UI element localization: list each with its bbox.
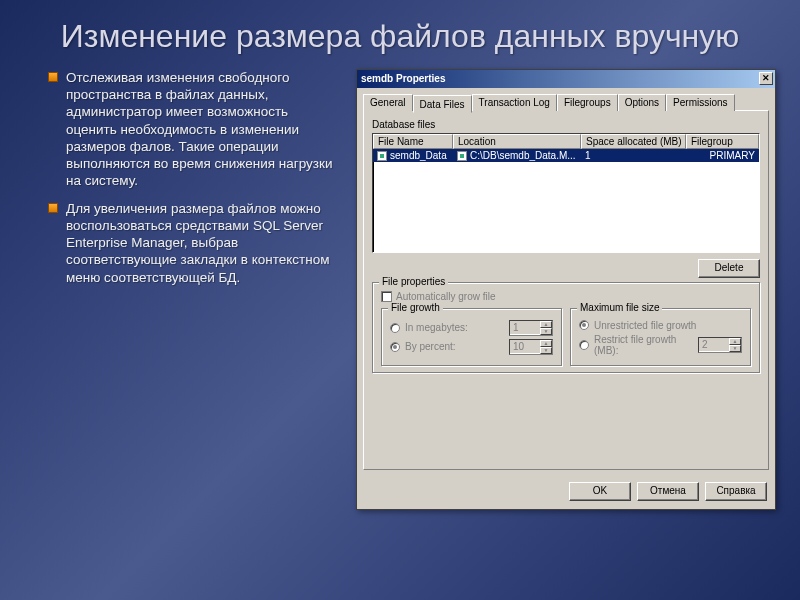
tab-filegroups[interactable]: Filegroups [557, 94, 618, 111]
group-title: File growth [388, 302, 443, 313]
files-listbox[interactable]: File Name Location Space allocated (MB) … [372, 133, 760, 253]
bullet-marker-icon [48, 72, 58, 82]
max-size-group: Maximum file size Unrestricted file grow… [570, 308, 751, 366]
tab-options[interactable]: Options [618, 94, 666, 111]
cell-space: 1 [581, 149, 686, 162]
window-title: semdb Properties [361, 73, 759, 84]
cancel-button[interactable]: Отмена [637, 482, 699, 501]
growth-pct-radio[interactable]: By percent: 10▲▼ [390, 339, 553, 355]
col-location[interactable]: Location [453, 134, 581, 149]
table-row[interactable]: semdb_Data C:\DB\semdb_Data.M... 1 PRIMA… [373, 149, 759, 162]
col-space[interactable]: Space allocated (MB) [581, 134, 686, 149]
file-icon [377, 151, 387, 161]
tab-transaction-log[interactable]: Transaction Log [472, 94, 557, 111]
radio-icon [579, 340, 589, 350]
group-title: File properties [379, 276, 448, 287]
section-label: Database files [372, 119, 760, 130]
properties-dialog: semdb Properties ✕ General Data Files Tr… [356, 69, 776, 510]
delete-button[interactable]: Delete [698, 259, 760, 278]
cell-filename: semdb_Data [390, 150, 447, 161]
unrestricted-radio[interactable]: Unrestricted file growth [579, 320, 742, 331]
restrict-input[interactable]: 2▲▼ [698, 337, 742, 353]
slide-title: Изменение размера файлов данных вручную [0, 0, 800, 69]
unrestricted-label: Unrestricted file growth [594, 320, 696, 331]
cell-filegroup: PRIMARY [686, 149, 759, 162]
tab-permissions[interactable]: Permissions [666, 94, 734, 111]
growth-mb-label: In megabytes: [405, 322, 504, 333]
restrict-radio[interactable]: Restrict file growth (MB): 2▲▼ [579, 334, 742, 356]
col-filename[interactable]: File Name [373, 134, 453, 149]
tab-general[interactable]: General [363, 94, 413, 111]
browse-icon[interactable] [457, 151, 467, 161]
group-title: Maximum file size [577, 302, 662, 313]
list-header: File Name Location Space allocated (MB) … [373, 134, 759, 149]
autogrow-checkbox[interactable]: Automatically grow file [381, 291, 751, 302]
tab-strip: General Data Files Transaction Log Fileg… [363, 94, 769, 111]
close-button[interactable]: ✕ [759, 72, 773, 85]
radio-icon [390, 342, 400, 352]
dialog-buttons: OK Отмена Справка [357, 476, 775, 509]
bullet-list: Отслеживая изменения свободного простран… [48, 69, 338, 510]
spinner-icon[interactable]: ▲▼ [729, 338, 741, 352]
cell-location: C:\DB\semdb_Data.M... [470, 150, 576, 161]
growth-mb-radio[interactable]: In megabytes: 1▲▼ [390, 320, 553, 336]
growth-pct-input[interactable]: 10▲▼ [509, 339, 553, 355]
spinner-icon[interactable]: ▲▼ [540, 321, 552, 335]
restrict-label: Restrict file growth (MB): [594, 334, 693, 356]
bullet-text: Отслеживая изменения свободного простран… [66, 69, 338, 190]
bullet-item: Отслеживая изменения свободного простран… [48, 69, 338, 190]
tab-panel: Database files File Name Location Space … [363, 110, 769, 470]
growth-pct-label: By percent: [405, 341, 504, 352]
file-properties-group: File properties Automatically grow file … [372, 282, 760, 373]
radio-icon [579, 320, 589, 330]
ok-button[interactable]: OK [569, 482, 631, 501]
tab-data-files[interactable]: Data Files [413, 95, 472, 113]
checkbox-icon [381, 291, 392, 302]
col-filegroup[interactable]: Filegroup [686, 134, 759, 149]
bullet-text: Для увеличения размера файлов можно восп… [66, 200, 338, 286]
bullet-marker-icon [48, 203, 58, 213]
spinner-icon[interactable]: ▲▼ [540, 340, 552, 354]
titlebar[interactable]: semdb Properties ✕ [357, 70, 775, 88]
bullet-item: Для увеличения размера файлов можно восп… [48, 200, 338, 286]
help-button[interactable]: Справка [705, 482, 767, 501]
file-growth-group: File growth In megabytes: 1▲▼ By percent… [381, 308, 562, 366]
growth-mb-input[interactable]: 1▲▼ [509, 320, 553, 336]
autogrow-label: Automatically grow file [396, 291, 495, 302]
radio-icon [390, 323, 400, 333]
